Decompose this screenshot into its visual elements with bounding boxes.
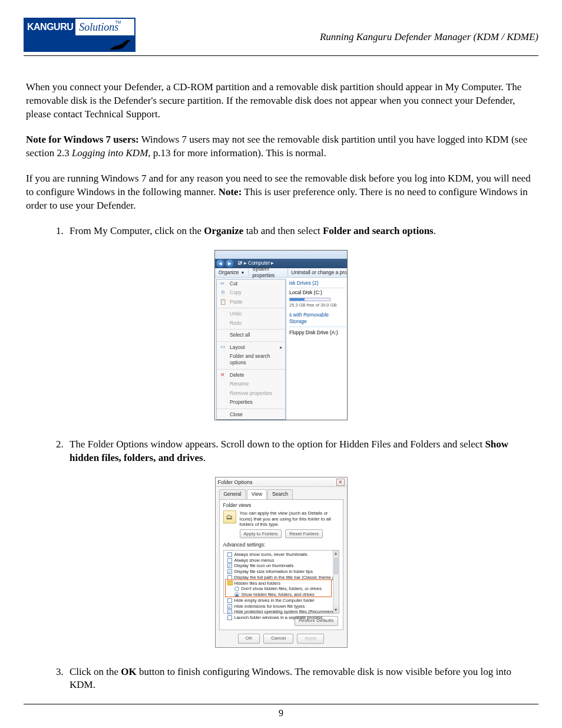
advanced-settings-list[interactable]: Always show icons, never thumbnails Alwa… xyxy=(223,550,339,614)
chevron-right-icon: ▸ xyxy=(280,344,283,351)
uninstall-button[interactable]: Uninstall or change a program xyxy=(287,269,347,276)
step-list-3: Click on the OK button to finish configu… xyxy=(26,666,536,693)
menu-properties[interactable]: Properties xyxy=(217,398,285,407)
doc-section-title: Running Kanguru Defender Manager (KDM / … xyxy=(320,31,538,44)
explorer-toolbar: Organize▼ System properties Uninstall or… xyxy=(215,268,347,278)
apply-to-folders-button[interactable]: Apply to Folders xyxy=(240,529,282,539)
opt-full-path-title[interactable]: Display the full path in the title bar (… xyxy=(225,575,338,581)
opt-dont-show-hidden[interactable]: Don't show hidden files, folders, or dri… xyxy=(225,586,338,592)
removable-header: s with Removable Storage xyxy=(289,312,346,325)
paragraph-intro: When you connect your Defender, a CD-ROM… xyxy=(26,81,536,121)
floppy-drive-label[interactable]: Floppy Disk Drive (A:) xyxy=(289,330,346,336)
folder-icon xyxy=(227,581,233,585)
folder-views-icon: 🗂 xyxy=(223,510,236,523)
menu-folder-search-options[interactable]: Folder and search options xyxy=(217,352,285,368)
opt-hide-protected-os[interactable]: ✓Hide protected operating system files (… xyxy=(225,609,338,615)
screenshot-explorer: ◄ ► 🖳 ▸ Computer ▸ Organize▼ System prop… xyxy=(214,250,348,421)
page-header: KANGURU Solutions TM Running Kanguru Def… xyxy=(24,18,538,52)
step-3: Click on the OK button to finish configu… xyxy=(66,666,536,693)
ok-button[interactable]: OK xyxy=(238,634,260,644)
menu-remove-properties[interactable]: Remove properties xyxy=(217,389,285,398)
page-content: When you connect your Defender, a CD-ROM… xyxy=(24,81,538,692)
scroll-up-icon[interactable]: ▲ xyxy=(333,551,339,556)
screenshot-folder-options: Folder Options ✕ General View Search Fol… xyxy=(215,477,348,647)
nav-back-icon[interactable]: ◄ xyxy=(216,259,224,268)
page-number: 9 xyxy=(279,708,283,718)
menu-undo[interactable]: Undo xyxy=(217,309,285,318)
header-rule xyxy=(24,55,538,56)
menu-paste[interactable]: 📋Paste xyxy=(217,298,285,307)
opt-always-menus[interactable]: Always show menus xyxy=(225,558,338,564)
paragraph-note-win7: Note for Windows 7 users: Windows 7 user… xyxy=(26,133,536,160)
nav-fwd-icon[interactable]: ► xyxy=(226,259,234,268)
step-list-1: From My Computer, click on the Organize … xyxy=(26,225,536,238)
step-1: From My Computer, click on the Organize … xyxy=(66,225,536,238)
step-list-2: The Folder Options window appears. Scrol… xyxy=(26,438,536,465)
menu-cut[interactable]: ✂Cut xyxy=(217,279,285,288)
cancel-button[interactable]: Cancel xyxy=(263,634,293,644)
scroll-down-icon[interactable]: ▼ xyxy=(333,607,339,613)
brand-logo: KANGURU Solutions TM xyxy=(24,18,135,52)
scroll-thumb[interactable] xyxy=(334,558,338,574)
dialog-title: Folder Options xyxy=(218,479,253,486)
folder-views-text: You can apply the view (such as Details … xyxy=(240,510,339,528)
opt-launch-separate[interactable]: Launch folder windows in a separate proc… xyxy=(225,615,338,621)
hard-drives-header: isk Drives (2) xyxy=(289,280,346,286)
menu-rename[interactable]: Rename xyxy=(217,380,285,388)
cut-icon: ✂ xyxy=(219,280,226,287)
kangaroo-icon xyxy=(108,38,132,51)
explorer-content: isk Drives (2) Local Disk (C:) 25.3 GB f… xyxy=(286,278,347,420)
dialog-tabs: General View Search xyxy=(219,489,347,499)
free-space-label: 25.3 GB free of 39.0 GB xyxy=(289,302,346,308)
menu-redo[interactable]: Redo xyxy=(217,319,285,328)
dialog-titlebar: Folder Options ✕ xyxy=(216,477,347,487)
brand-name-right: Solutions TM xyxy=(75,19,122,35)
chevron-down-icon: ▼ xyxy=(241,270,245,275)
menu-layout[interactable]: ▭Layout▸ xyxy=(217,343,285,352)
opt-always-icons[interactable]: Always show icons, never thumbnails xyxy=(225,552,338,558)
dialog-panel: Folder views 🗂 You can apply the view (s… xyxy=(219,499,343,630)
tab-search[interactable]: Search xyxy=(267,489,293,499)
paste-icon: 📋 xyxy=(219,298,226,305)
scrollbar[interactable]: ▲ ▼ xyxy=(333,551,339,613)
menu-close[interactable]: Close xyxy=(217,410,285,419)
local-disk-label[interactable]: Local Disk (C:) xyxy=(289,289,346,296)
window-titlebar xyxy=(215,251,347,259)
advanced-settings-label: Advanced settings: xyxy=(223,542,339,548)
menu-copy[interactable]: ⎘Copy xyxy=(217,288,285,297)
tab-view[interactable]: View xyxy=(247,489,267,499)
opt-hidden-group: Hidden files and folders xyxy=(225,581,338,587)
computer-icon: 🖳 xyxy=(237,260,243,266)
delete-icon: ✕ xyxy=(219,371,226,378)
organize-button[interactable]: Organize▼ xyxy=(215,269,248,276)
apply-button[interactable]: Apply xyxy=(297,634,324,644)
tab-general[interactable]: General xyxy=(219,489,246,499)
close-button[interactable]: ✕ xyxy=(336,479,345,486)
step-2: The Folder Options window appears. Scrol… xyxy=(66,438,536,465)
layout-icon: ▭ xyxy=(219,344,226,351)
page-footer: 9 xyxy=(24,704,538,720)
menu-delete[interactable]: ✕Delete xyxy=(217,371,285,380)
opt-hide-empty-drives[interactable]: Hide empty drives in the Computer folder xyxy=(225,598,338,604)
paragraph-config: If you are running Windows 7 and for any… xyxy=(26,172,536,213)
copy-icon: ⎘ xyxy=(219,289,226,296)
folder-views-label: Folder views xyxy=(223,502,339,509)
menu-select-all[interactable]: Select all xyxy=(217,331,285,340)
opt-hide-extensions[interactable]: ✓Hide extensions for known file types xyxy=(225,604,338,610)
reset-folders-button[interactable]: Reset Folders xyxy=(285,529,323,539)
brand-name-left: KANGURU xyxy=(25,19,75,35)
organize-menu: ✂Cut ⎘Copy 📋Paste Undo Redo Select all ▭… xyxy=(216,279,286,420)
opt-show-hidden[interactable]: Show hidden files, folders, and drives xyxy=(225,592,338,598)
opt-file-size-tips[interactable]: ✓Display file size information in folder… xyxy=(225,569,338,575)
opt-file-icon-thumb[interactable]: ✓Display file icon on thumbnails xyxy=(225,563,338,569)
